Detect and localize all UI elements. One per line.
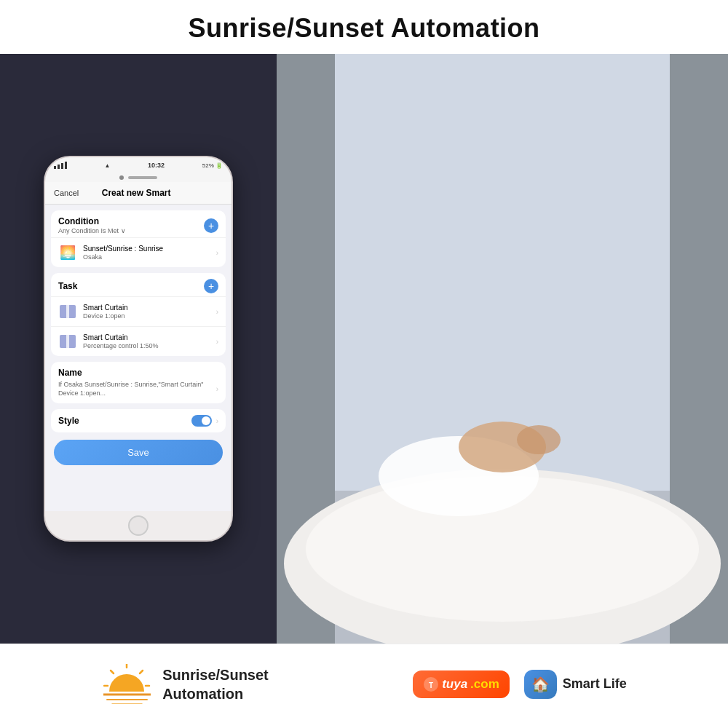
name-chevron: › xyxy=(216,385,218,393)
bottom-footer: Sunrise/Sunset Automation T tuya.com 🏠 S… xyxy=(0,644,728,724)
condition-item-sub: Osaka xyxy=(83,253,216,261)
task-item-1[interactable]: Smart Curtain Device 1:open › xyxy=(51,296,226,326)
home-button-area xyxy=(45,511,232,540)
smart-life-badge: 🏠 xyxy=(524,670,557,699)
app-screen: Cancel Creat new Smart Condition Any Con… xyxy=(45,182,232,511)
status-time: 10:32 xyxy=(148,162,165,169)
add-task-button[interactable]: + xyxy=(204,279,218,293)
curtain-icon-2 xyxy=(58,332,77,351)
condition-item[interactable]: 🌅 Sunset/Sunrise : Sunrise Osaka › xyxy=(51,237,226,267)
sun-icon: 🌅 xyxy=(60,245,76,261)
bedroom-illustration xyxy=(277,54,728,644)
task-item-2[interactable]: Smart Curtain Percentage control 1:50% › xyxy=(51,326,226,356)
condition-header: Condition Any Condition Is Met ∨ + xyxy=(51,210,226,237)
style-section: Style › xyxy=(51,409,226,432)
style-label: Style xyxy=(58,416,79,426)
save-button[interactable]: Save xyxy=(54,440,223,465)
task-header: Task + xyxy=(51,273,226,296)
svg-point-8 xyxy=(517,425,561,454)
tuya-badge: T tuya.com xyxy=(413,670,510,698)
home-button[interactable] xyxy=(128,515,149,536)
condition-header-text: Condition Any Condition Is Met ∨ xyxy=(58,216,126,234)
task-item-1-main: Smart Curtain xyxy=(83,304,216,312)
name-section: Name If Osaka Sunset/Sunrise : Sunrise,"… xyxy=(51,362,226,403)
page-title: Sunrise/Sunset Automation xyxy=(0,13,728,44)
curtain-visual-1 xyxy=(60,305,76,318)
right-panel xyxy=(277,54,728,644)
condition-subtitle: Any Condition Is Met ∨ xyxy=(58,227,126,234)
battery-status: 52% 🔋 xyxy=(202,162,223,169)
smart-life-label: Smart Life xyxy=(563,676,627,692)
wifi-icon: ▲ xyxy=(105,162,111,169)
sunrise-svg-icon xyxy=(103,664,151,704)
svg-line-10 xyxy=(140,670,143,673)
name-value-row[interactable]: If Osaka Sunset/Sunrise : Sunrise,"Smart… xyxy=(58,381,218,397)
style-right: › xyxy=(191,415,218,427)
phone-notch xyxy=(45,173,232,182)
speaker-icon xyxy=(128,176,157,179)
style-chevron: › xyxy=(216,417,218,425)
curtain-icon-1 xyxy=(58,302,77,321)
status-bar: ▲ 10:32 52% 🔋 xyxy=(45,157,232,173)
signal-icon xyxy=(54,162,67,169)
name-value: If Osaka Sunset/Sunrise : Sunrise,"Smart… xyxy=(58,381,213,397)
top-banner: Sunrise/Sunset Automation xyxy=(0,0,728,54)
app-nav: Cancel Creat new Smart xyxy=(45,182,232,205)
sunrise-footer-line1: Sunrise/Sunset xyxy=(162,665,269,684)
style-toggle[interactable] xyxy=(191,415,212,427)
task-item-1-chevron: › xyxy=(216,308,218,316)
name-label: Name xyxy=(58,368,218,378)
task-item-1-sub: Device 1:open xyxy=(83,312,216,320)
condition-item-text: Sunset/Sunrise : Sunrise Osaka xyxy=(83,245,216,261)
sunrise-condition-icon: 🌅 xyxy=(58,243,77,262)
tuya-icon: T xyxy=(423,676,439,692)
phone-mockup: ▲ 10:32 52% 🔋 Cancel Creat new Smart xyxy=(44,156,233,542)
tuya-text: tuya xyxy=(442,677,467,692)
tuya-suffix: .com xyxy=(470,677,499,692)
nav-title: Creat new Smart xyxy=(102,188,171,198)
smart-life-group: 🏠 Smart Life xyxy=(524,670,627,699)
svg-line-12 xyxy=(111,670,114,673)
curtain-visual-2 xyxy=(60,335,76,348)
task-item-2-main: Smart Curtain xyxy=(83,333,216,341)
svg-text:T: T xyxy=(429,681,433,689)
brands-group: T tuya.com 🏠 Smart Life xyxy=(413,670,627,699)
condition-item-main: Sunset/Sunrise : Sunrise xyxy=(83,245,216,253)
sunrise-footer-line2: Automation xyxy=(162,684,269,703)
task-item-2-text: Smart Curtain Percentage control 1:50% xyxy=(83,333,216,349)
sunrise-logo-group: Sunrise/Sunset Automation xyxy=(101,659,269,710)
add-condition-button[interactable]: + xyxy=(204,218,218,233)
condition-title: Condition xyxy=(58,216,126,226)
sunrise-footer-text-wrap: Sunrise/Sunset Automation xyxy=(162,665,269,703)
task-title: Task xyxy=(58,281,77,291)
task-item-2-chevron: › xyxy=(216,338,218,346)
task-item-2-sub: Percentage control 1:50% xyxy=(83,342,216,349)
camera-icon xyxy=(119,175,124,180)
home-icon: 🏠 xyxy=(531,676,550,693)
sunrise-icon-wrap xyxy=(101,659,152,710)
main-area: ▲ 10:32 52% 🔋 Cancel Creat new Smart xyxy=(0,54,728,644)
task-item-1-text: Smart Curtain Device 1:open xyxy=(83,304,216,320)
cancel-button[interactable]: Cancel xyxy=(54,189,79,197)
condition-item-chevron: › xyxy=(216,249,218,257)
condition-section: Condition Any Condition Is Met ∨ + 🌅 Sun… xyxy=(51,210,226,267)
left-panel: ▲ 10:32 52% 🔋 Cancel Creat new Smart xyxy=(0,54,277,644)
save-button-wrap: Save xyxy=(45,432,232,474)
task-section: Task + Smart Curtain Device 1:open › xyxy=(51,273,226,356)
